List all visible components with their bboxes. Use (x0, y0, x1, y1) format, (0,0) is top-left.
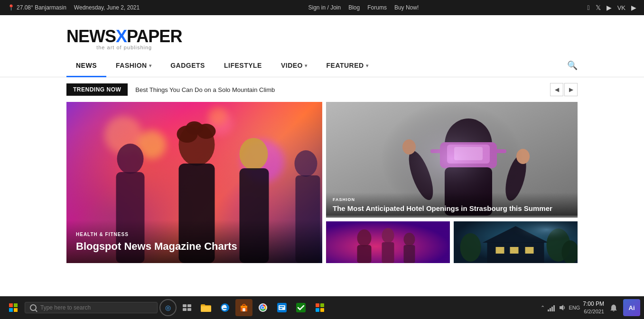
chrome-icon (258, 303, 268, 312)
svg-marker-68 (560, 305, 563, 310)
bottom-right-image (454, 221, 578, 263)
start-button[interactable] (4, 298, 23, 317)
twitter-icon[interactable]: 𝕏 (596, 4, 601, 11)
ai-button[interactable]: Ai (623, 299, 640, 316)
featured-title: Blogspot News Magazine Charts (76, 240, 313, 254)
app8-icon (315, 303, 325, 312)
svg-point-27 (357, 229, 372, 246)
trending-bar: TRENDING NOW Best Things You Can Do on a… (66, 83, 578, 96)
article-card-vr[interactable]: FASHION The Most Anticipated Hotel Openi… (326, 102, 578, 218)
youtube-icon[interactable]: ▶ (631, 4, 636, 11)
svg-rect-61 (320, 303, 324, 307)
edge-button[interactable] (216, 299, 233, 316)
taskbar-search-input[interactable] (40, 304, 152, 311)
notification-button[interactable] (607, 301, 620, 314)
vk-icon[interactable]: VK (617, 4, 625, 11)
logo-part1: NEWS (66, 27, 116, 46)
logo-text: NEWS PAPER (66, 27, 182, 46)
svg-rect-43 (454, 221, 578, 263)
svg-rect-60 (316, 303, 319, 307)
svg-rect-57 (280, 306, 284, 307)
svg-point-29 (382, 228, 394, 243)
trending-nav: ◀ ▶ (550, 83, 578, 96)
svg-point-54 (262, 307, 264, 309)
vr-card-overlay: FASHION The Most Anticipated Hotel Openi… (326, 192, 578, 218)
chevron-down-icon: ▾ (149, 63, 152, 68)
featured-article[interactable]: HEALTH & FITNESS Blogspot News Magazine … (66, 102, 322, 263)
svg-rect-50 (243, 308, 245, 311)
svg-point-7 (240, 138, 268, 170)
main-content: HEALTH & FITNESS Blogspot News Magazine … (0, 102, 644, 263)
buynow-link[interactable]: Buy Now! (394, 4, 419, 11)
nav-item-fashion[interactable]: FASHION ▾ (106, 54, 161, 77)
taskbar: ◎ (0, 296, 644, 319)
trending-text: Best Things You Can Do on a Solo Mountai… (128, 83, 550, 96)
social-links:  𝕏 ▶ VK ▶ (588, 4, 636, 11)
lang-text: ENG (569, 305, 580, 310)
forums-link[interactable]: Forums (367, 4, 387, 11)
nav-item-featured[interactable]: FEATURED ▾ (317, 54, 378, 77)
taskview-icon (183, 304, 191, 311)
app8-button[interactable] (311, 299, 328, 316)
logo[interactable]: NEWS PAPER the art of publishing (66, 27, 182, 50)
svg-rect-30 (382, 242, 394, 263)
nav-item-news[interactable]: NEWS (66, 54, 106, 77)
svg-point-9 (295, 150, 317, 177)
app6-button[interactable] (273, 299, 290, 316)
trending-label: TRENDING NOW (66, 83, 128, 96)
search-icon[interactable]: 🔍 (567, 60, 578, 71)
vr-title: The Most Anticipated Hotel Openings in S… (333, 204, 571, 213)
svg-point-0 (117, 144, 144, 174)
nav-item-video[interactable]: VIDEO ▾ (271, 54, 317, 77)
blog-link[interactable]: Blog (348, 4, 360, 11)
file-explorer-button[interactable] (197, 299, 215, 316)
header: NEWS PAPER the art of publishing (0, 15, 644, 54)
bottom-left-svg (326, 221, 450, 263)
facebook-icon[interactable]:  (588, 4, 590, 11)
featured-category: HEALTH & FITNESS (76, 232, 129, 237)
svg-rect-44 (183, 304, 187, 307)
taskbar-right: ⌃ ENG 7:00 PM 6/2/2021 Ai (541, 299, 640, 316)
trending-next-button[interactable]: ▶ (564, 83, 578, 96)
logo-x (116, 27, 127, 46)
bottom-cards-row (326, 221, 578, 263)
article-card-bottom-right[interactable] (454, 221, 578, 263)
article-card-bottom-left[interactable] (326, 221, 450, 263)
svg-rect-56 (279, 305, 285, 310)
store-icon (239, 303, 249, 312)
taskbar-left: ◎ (4, 298, 328, 317)
nav-item-lifestyle[interactable]: LIFESTYLE (215, 54, 271, 77)
cortana-icon: ◎ (165, 304, 171, 311)
tray-icon-1: ⌃ (541, 305, 545, 311)
svg-point-31 (404, 233, 415, 246)
top-bar: 📍 27.08° Banjarmasin Wednesday, June 2, … (0, 0, 644, 15)
svg-rect-65 (550, 308, 551, 311)
trending-prev-button[interactable]: ◀ (550, 83, 563, 96)
svg-rect-62 (316, 308, 319, 312)
svg-rect-58 (280, 308, 282, 309)
cortana-button[interactable]: ◎ (159, 299, 177, 316)
bottom-left-image (326, 221, 450, 263)
store-app-button[interactable] (235, 299, 252, 316)
task-view-button[interactable] (178, 299, 196, 316)
app6-icon (277, 303, 287, 312)
svg-rect-66 (551, 307, 553, 311)
nav-items: NEWS FASHION ▾ GADGETS LIFESTYLE VIDEO ▾… (66, 54, 378, 77)
vimeo-icon[interactable]: ▶ (607, 4, 612, 11)
taskbar-search[interactable] (25, 302, 158, 313)
volume-icon (558, 304, 566, 311)
vr-category: FASHION (333, 197, 571, 202)
svg-rect-32 (404, 245, 415, 263)
signin-link[interactable]: Sign in / Join (308, 4, 341, 11)
clock-time: 7:00 PM (583, 300, 604, 308)
app7-button[interactable] (292, 299, 309, 316)
svg-rect-67 (553, 305, 555, 311)
svg-rect-63 (320, 308, 324, 312)
svg-point-5 (186, 121, 203, 135)
svg-rect-28 (357, 245, 372, 263)
featured-right: FASHION The Most Anticipated Hotel Openi… (326, 102, 578, 263)
date-text: Wednesday, June 2, 2021 (74, 4, 140, 11)
nav-item-gadgets[interactable]: GADGETS (161, 54, 215, 77)
chrome-button[interactable] (254, 299, 271, 316)
featured-overlay: HEALTH & FITNESS Blogspot News Magazine … (66, 220, 322, 263)
